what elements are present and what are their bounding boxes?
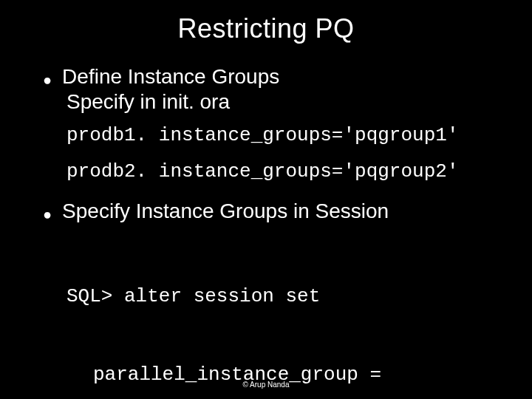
bullet-item: ● Specify Instance Groups in Session SQL…: [43, 200, 502, 399]
code-line: prodb1. instance_groups='pqgroup1': [66, 123, 502, 149]
bullet-icon: ●: [43, 207, 52, 222]
bullet-head: ● Specify Instance Groups in Session: [43, 200, 502, 223]
bullet-heading: Specify Instance Groups in Session: [62, 200, 389, 223]
bullet-subtext: Specify in init. ora: [66, 90, 502, 114]
bullet-heading: Define Instance Groups: [62, 65, 279, 89]
slide-body: ● Define Instance Groups Specify in init…: [30, 65, 502, 399]
slide-title: Restricting PQ: [30, 13, 502, 44]
code-line: SQL> alter session set: [66, 284, 502, 310]
bullet-head: ● Define Instance Groups: [43, 65, 502, 89]
code-block: SQL> alter session set parallel_instance…: [66, 232, 502, 399]
code-line: prodb2. instance_groups='pqgroup2': [66, 159, 502, 185]
slide: Restricting PQ ● Define Instance Groups …: [0, 0, 532, 399]
bullet-icon: ●: [43, 72, 52, 87]
footer-copyright: © Arup Nanda: [0, 381, 532, 389]
bullet-item: ● Define Instance Groups Specify in init…: [43, 65, 502, 185]
